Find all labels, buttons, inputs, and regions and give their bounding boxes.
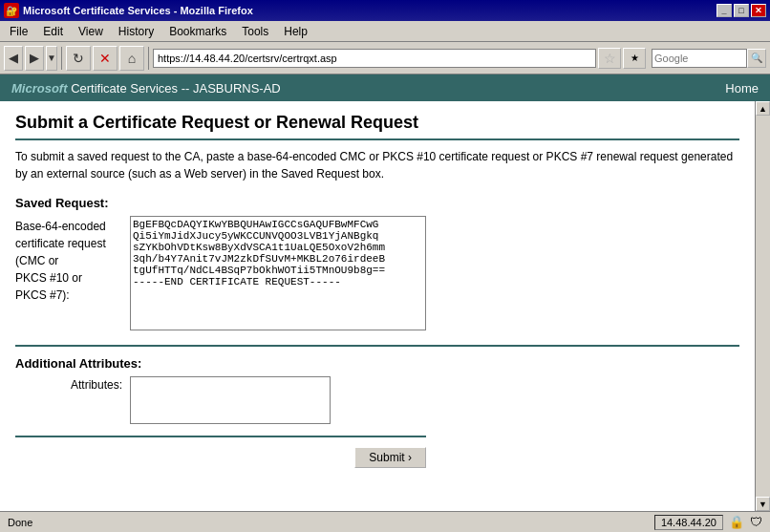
address-bar (153, 48, 596, 69)
cert-request-row: Base-64-encoded certificate request (CMC… (15, 216, 739, 333)
menu-help[interactable]: Help (276, 23, 315, 40)
form-label-line4: PKCS #10 or (15, 269, 130, 287)
attributes-input[interactable] (130, 376, 331, 424)
nav-separator-2 (148, 47, 149, 70)
menu-bar: File Edit View History Bookmarks Tools H… (0, 21, 770, 42)
form-label-line1: Base-64-encoded (15, 218, 130, 235)
page-header-title: Certificate Services -- JASBURNS-AD (71, 81, 281, 96)
menu-history[interactable]: History (111, 23, 161, 40)
page-header: Microsoft Certificate Services -- JASBUR… (0, 74, 770, 101)
additional-attributes-section: Additional Attributes: Attributes: (15, 345, 739, 424)
menu-file[interactable]: File (2, 23, 35, 40)
minimize-button[interactable]: _ (717, 4, 732, 17)
forward-button[interactable]: ▶ (25, 46, 44, 71)
menu-edit[interactable]: Edit (35, 23, 71, 40)
scroll-area: Submit a Certificate Request or Renewal … (0, 101, 770, 511)
google-search-button[interactable]: 🔍 (747, 49, 766, 68)
menu-tools[interactable]: Tools (234, 23, 276, 40)
brand-name: Microsoft (11, 81, 68, 96)
home-link[interactable]: Home (725, 81, 759, 96)
status-ip: 14.48.44.20 (654, 515, 723, 530)
cert-request-textarea[interactable] (130, 216, 426, 330)
form-label-line5: PKCS #7): (15, 287, 130, 304)
form-label-line2: certificate request (15, 235, 130, 252)
title-bar: 🔐 Microsoft Certificate Services - Mozil… (0, 0, 770, 21)
home-button[interactable]: ⌂ (119, 46, 144, 71)
submit-button[interactable]: Submit › (354, 447, 426, 468)
submit-row: Submit › (15, 436, 426, 468)
attributes-label: Attributes: (15, 376, 130, 392)
right-scrollbar[interactable]: ▲ ▼ (755, 101, 770, 511)
status-text: Done (4, 517, 654, 528)
additional-attributes-label: Additional Attributes: (15, 356, 739, 371)
stop-button[interactable]: ✕ (93, 46, 118, 71)
nav-separator-1 (61, 47, 62, 70)
menu-view[interactable]: View (71, 23, 111, 40)
scroll-down-button[interactable]: ▼ (756, 497, 770, 511)
form-label-line3: (CMC or (15, 252, 130, 269)
page-title: Submit a Certificate Request or Renewal … (15, 113, 739, 140)
google-search-input[interactable] (652, 49, 747, 68)
page-header-home[interactable]: Home (725, 81, 759, 96)
lock-icon: 🔒 (729, 515, 744, 529)
cert-textarea-wrapper (130, 216, 739, 333)
window-buttons[interactable]: _ □ ✕ (717, 4, 766, 17)
bookmark-star-button[interactable]: ☆ (598, 48, 621, 69)
address-input[interactable] (153, 49, 596, 68)
scroll-up-button[interactable]: ▲ (756, 101, 770, 116)
app-icon: 🔐 (4, 3, 19, 18)
menu-bookmarks[interactable]: Bookmarks (161, 23, 234, 40)
shield-icon: 🛡 (750, 515, 762, 529)
close-button[interactable]: ✕ (751, 4, 766, 17)
maximize-button[interactable]: □ (734, 4, 749, 17)
title-text: Microsoft Certificate Services - Mozilla… (23, 5, 717, 16)
main-content: Submit a Certificate Request or Renewal … (0, 101, 755, 511)
back-button[interactable]: ◀ (4, 46, 23, 71)
nav-bar: ◀ ▶ ▼ ↻ ✕ ⌂ ☆ ★ 🔍 (0, 42, 770, 74)
attributes-row: Attributes: (15, 376, 739, 424)
google-search-area: 🔍 (652, 48, 766, 69)
star-icon[interactable]: ★ (623, 48, 646, 69)
saved-request-label: Saved Request: (15, 196, 739, 210)
status-right: 14.48.44.20 🔒 🛡 (654, 515, 766, 530)
status-bar: Done 14.48.44.20 🔒 🛡 (0, 511, 770, 532)
refresh-button[interactable]: ↻ (66, 46, 91, 71)
description-text: To submit a saved request to the CA, pas… (15, 148, 739, 182)
nav-dropdown-button[interactable]: ▼ (46, 46, 57, 71)
cert-request-label: Base-64-encoded certificate request (CMC… (15, 216, 130, 304)
page-header-brand-area: Microsoft Certificate Services -- JASBUR… (11, 81, 725, 96)
